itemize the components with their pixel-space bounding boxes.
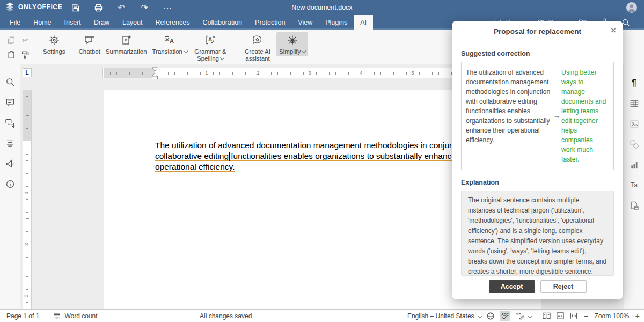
word-count-label: Word count bbox=[64, 312, 97, 320]
chart-settings-icon[interactable] bbox=[629, 159, 640, 170]
v-ruler[interactable]: 123 bbox=[23, 80, 32, 309]
tab-layout[interactable]: Layout bbox=[116, 15, 149, 30]
tab-plugins[interactable]: Plugins bbox=[319, 15, 354, 30]
cut-button[interactable]: ✂ bbox=[18, 33, 32, 47]
tab-file[interactable]: File bbox=[3, 15, 27, 30]
document-text: The utilization of advanced documentatio… bbox=[155, 140, 499, 172]
translation-icon: A bbox=[152, 33, 187, 47]
ai-settings-button[interactable]: Settings bbox=[40, 32, 68, 56]
track-changes-button[interactable] bbox=[515, 312, 532, 320]
app-logo: ONLYOFFICE bbox=[5, 2, 62, 11]
reject-button[interactable]: Reject bbox=[540, 280, 587, 293]
create-ai-assistant-icon bbox=[241, 33, 274, 47]
user-avatar[interactable] bbox=[626, 2, 637, 13]
chatbot-button[interactable]: Chatbot bbox=[76, 32, 103, 56]
headings-navigation-icon[interactable] bbox=[5, 138, 16, 149]
save-button[interactable] bbox=[70, 2, 80, 13]
ribbon-divider bbox=[235, 34, 235, 59]
svg-text:ABC: ABC bbox=[501, 312, 509, 316]
spell-check-toggle[interactable]: ABC bbox=[500, 311, 510, 321]
explanation-box[interactable]: The original sentence contains multiple … bbox=[461, 191, 614, 276]
explanation-text: The original sentence contains multiple … bbox=[468, 196, 606, 275]
ribbon-divider bbox=[72, 34, 72, 59]
left-tool-panel bbox=[0, 64, 20, 309]
settings-gear-icon bbox=[43, 33, 65, 47]
settings-label: Settings bbox=[43, 48, 65, 55]
about-info-icon[interactable] bbox=[5, 179, 16, 189]
dialog-title: Proposal for replacement bbox=[494, 27, 581, 35]
copy-button[interactable] bbox=[4, 33, 18, 47]
more-actions-button[interactable]: ··· bbox=[162, 2, 173, 13]
shape-settings-icon[interactable] bbox=[629, 139, 640, 150]
simplify-dropdown-chevron bbox=[302, 49, 306, 53]
page-indicator[interactable]: Page 1 of 1 bbox=[0, 312, 46, 320]
original-text: The utilization of advanced documentatio… bbox=[466, 68, 552, 164]
undo-button[interactable]: ↶ bbox=[116, 2, 127, 13]
right-settings-panel: ¶ Ta bbox=[624, 64, 644, 309]
tab-references[interactable]: References bbox=[149, 15, 196, 30]
grammar-spelling-icon: A bbox=[193, 33, 228, 47]
tab-insert[interactable]: Insert bbox=[58, 15, 87, 30]
onlyoffice-document-editor: ONLYOFFICE ↶ ↷ ··· New document.docx Fil… bbox=[0, 0, 644, 322]
explanation-label: Explanation bbox=[461, 179, 614, 186]
search-button-topbar[interactable] bbox=[621, 15, 630, 30]
zoom-in-button[interactable]: + bbox=[634, 312, 641, 320]
mail-merge-icon[interactable] bbox=[629, 200, 640, 211]
comments-icon[interactable] bbox=[5, 97, 16, 108]
translation-dropdown-chevron bbox=[184, 49, 188, 53]
paste-button[interactable] bbox=[4, 47, 18, 62]
save-status-text: All changes saved bbox=[200, 312, 252, 320]
tab-home[interactable]: Home bbox=[27, 15, 57, 30]
summarization-label: Summarization bbox=[106, 48, 147, 55]
tab-ai[interactable]: AI bbox=[354, 15, 373, 30]
ribbon-divider bbox=[36, 34, 36, 59]
tab-view[interactable]: View bbox=[291, 15, 319, 30]
brand-name: ONLYOFFICE bbox=[18, 3, 62, 11]
feedback-icon[interactable] bbox=[5, 158, 16, 169]
accept-button[interactable]: Accept bbox=[489, 280, 535, 293]
fit-to-width-button[interactable] bbox=[569, 312, 578, 320]
fit-to-page-button[interactable] bbox=[556, 312, 565, 320]
clipboard-group: ✂ bbox=[4, 33, 32, 62]
grammar-spelling-button[interactable]: A Grammar & Spelling bbox=[190, 32, 231, 63]
dialog-header[interactable]: Proposal for replacement × bbox=[452, 21, 623, 41]
table-settings-icon[interactable] bbox=[629, 98, 640, 109]
zoom-out-button[interactable]: − bbox=[583, 312, 589, 320]
text-cursor-caret bbox=[229, 152, 230, 161]
chatbot-label: Chatbot bbox=[79, 48, 100, 55]
translation-button[interactable]: A Translation bbox=[150, 32, 190, 56]
language-selector[interactable]: English – United States bbox=[407, 312, 481, 320]
chat-icon[interactable] bbox=[5, 118, 16, 128]
dialog-footer: Accept Reject bbox=[452, 274, 623, 299]
track-changes-dropdown-chevron bbox=[528, 313, 532, 318]
create-ai-assistant-button[interactable]: Create AI assistant bbox=[239, 32, 276, 63]
document-text-line: The utilization of advanced documentatio… bbox=[155, 140, 499, 151]
dialog-close-icon[interactable]: × bbox=[611, 25, 616, 36]
tab-stop-selector[interactable]: L bbox=[23, 68, 32, 77]
translation-label: Translation bbox=[152, 48, 182, 55]
create-ai-assistant-label: Create AI assistant bbox=[245, 48, 270, 62]
tab-collaboration[interactable]: Collaboration bbox=[196, 15, 248, 30]
document-text-line: operational efficiency. bbox=[155, 162, 499, 172]
summarization-button[interactable]: Summarization bbox=[103, 32, 150, 56]
redo-button[interactable]: ↷ bbox=[139, 2, 150, 13]
word-count-button[interactable]: 123 Word count bbox=[46, 312, 104, 320]
simplify-icon bbox=[279, 33, 305, 47]
image-settings-icon[interactable] bbox=[629, 119, 640, 129]
two-pages-view-button[interactable] bbox=[542, 312, 551, 320]
tab-protection[interactable]: Protection bbox=[248, 15, 291, 30]
status-bar: Page 1 of 1 123 Word count All changes s… bbox=[0, 309, 644, 322]
svg-text:A: A bbox=[208, 36, 212, 42]
print-button[interactable] bbox=[93, 2, 104, 13]
indent-marker[interactable] bbox=[151, 67, 158, 80]
find-search-icon[interactable] bbox=[5, 77, 16, 87]
simplify-button[interactable]: Simplify bbox=[276, 32, 308, 56]
paragraph-settings-icon[interactable]: ¶ bbox=[629, 78, 640, 89]
suggested-correction-box: The utilization of advanced documentatio… bbox=[461, 62, 614, 170]
textart-settings-icon[interactable]: Ta bbox=[629, 180, 640, 191]
zoom-level-label[interactable]: Zoom 100% bbox=[594, 312, 630, 320]
simplify-label: Simplify bbox=[279, 48, 301, 55]
tab-draw[interactable]: Draw bbox=[87, 15, 116, 30]
format-painter-button[interactable] bbox=[18, 47, 32, 62]
set-document-language-globe-icon[interactable] bbox=[486, 312, 495, 320]
